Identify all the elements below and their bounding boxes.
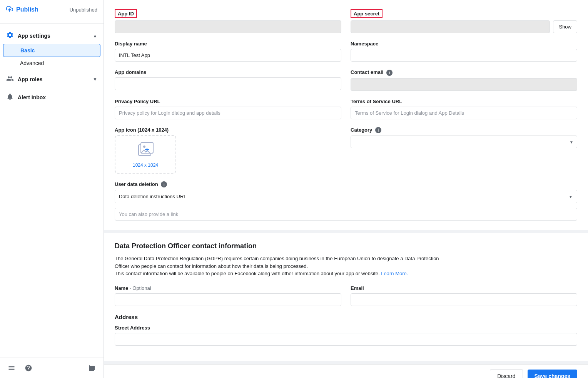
namespace-label: Namespace: [351, 41, 577, 47]
deletion-type-select[interactable]: Data deletion instructions URL Data dele…: [115, 190, 577, 203]
upload-icon: [6, 5, 13, 14]
user-data-deletion-group: User data deletion i Data deletion instr…: [115, 181, 577, 204]
contact-email-label: Contact email i: [351, 69, 577, 76]
contact-email-info-icon: i: [386, 70, 393, 76]
alert-inbox-header[interactable]: Alert Inbox: [0, 89, 104, 105]
publish-button[interactable]: Publish: [6, 5, 38, 14]
deletion-link-input[interactable]: [115, 208, 577, 221]
category-select-wrapper: [351, 135, 577, 148]
nav-section-app-roles: App roles ▼: [0, 71, 104, 87]
tos-label: Terms of Service URL: [351, 99, 577, 104]
form-container: App ID App secret Show: [104, 0, 588, 364]
app-settings-label: App settings: [18, 33, 50, 39]
sidebar: Publish Unpublished App settings: [0, 0, 104, 378]
app-icon-label: App icon (1024 x 1024): [115, 127, 341, 133]
help-icon[interactable]: [23, 363, 34, 373]
domains-email-row: App domains Contact email i: [115, 69, 577, 91]
category-info-icon: i: [375, 127, 381, 133]
sidebar-item-basic[interactable]: Basic: [3, 44, 100, 57]
user-data-deletion-label: User data deletion i: [115, 181, 577, 188]
app-id-input-row: [115, 20, 341, 33]
dpo-name-group: Name · Optional: [115, 285, 341, 306]
sidebar-toggle-icon[interactable]: [87, 363, 97, 373]
basic-label: Basic: [20, 47, 35, 54]
app-icon-group: App icon (1024 x 1024): [115, 127, 341, 174]
dpo-name-input[interactable]: [115, 293, 341, 306]
tos-group: Terms of Service URL: [351, 99, 577, 119]
bell-icon: [6, 93, 14, 102]
privacy-policy-label: Privacy Policy URL: [115, 99, 341, 104]
save-changes-button[interactable]: Save changes: [528, 370, 577, 378]
app-roles-title-group: App roles: [6, 75, 43, 84]
app-secret-group: App secret Show: [351, 9, 577, 33]
nav-section-app-settings: App settings ▲ Basic Advanced: [0, 27, 104, 69]
sidebar-item-advanced[interactable]: Advanced: [3, 57, 100, 69]
dpo-section: Data Protection Officer contact informat…: [104, 233, 588, 361]
publish-section: Publish Unpublished: [0, 0, 104, 19]
main-content-area: App ID App secret Show: [104, 0, 588, 378]
dpo-desc-line3: This contact information will be availab…: [115, 271, 380, 276]
app-domains-label: App domains: [115, 69, 341, 75]
privacy-tos-row: Privacy Policy URL Terms of Service URL: [115, 99, 577, 119]
app-secret-input-row: Show: [351, 20, 577, 33]
sidebar-bottom-left-icons: [6, 363, 34, 373]
learn-more-link[interactable]: Learn More.: [381, 271, 408, 276]
icon-upload-area[interactable]: 1024 x 1024: [115, 135, 176, 174]
discard-button[interactable]: Discard: [490, 369, 523, 378]
dpo-title: Data Protection Officer contact informat…: [115, 242, 577, 250]
dpo-email-input[interactable]: [351, 293, 577, 306]
publish-status: Unpublished: [70, 7, 97, 13]
privacy-policy-input[interactable]: [115, 107, 341, 119]
image-upload-icon: [136, 141, 155, 159]
menu-icon[interactable]: [6, 363, 17, 373]
namespace-input[interactable]: [351, 49, 577, 62]
contact-email-input[interactable]: [351, 78, 577, 91]
app-domains-group: App domains: [115, 69, 341, 91]
sidebar-top: Publish Unpublished: [0, 0, 104, 23]
app-roles-header[interactable]: App roles ▼: [0, 71, 104, 87]
dpo-desc-line2: Officer who people can contact for infor…: [115, 263, 308, 269]
alert-inbox-title-group: Alert Inbox: [6, 93, 46, 102]
dpo-desc-line1: The General Data Protection Regulation (…: [115, 256, 439, 261]
app-settings-header[interactable]: App settings ▲: [0, 27, 104, 44]
deletion-select-wrapper: Data deletion instructions URL Data dele…: [115, 190, 577, 203]
alert-inbox-label: Alert Inbox: [18, 94, 46, 100]
tos-input[interactable]: [351, 107, 577, 119]
app-secret-input[interactable]: [351, 20, 550, 33]
dpo-description: The General Data Protection Regulation (…: [115, 255, 577, 278]
svg-point-3: [143, 146, 145, 148]
app-id-label: App ID: [115, 9, 137, 18]
address-title: Address: [115, 314, 577, 320]
display-name-namespace-row: Display name Namespace: [115, 41, 577, 62]
contact-email-group: Contact email i: [351, 69, 577, 91]
app-roles-chevron-down-icon: ▼: [93, 77, 97, 82]
user-data-deletion-info-icon: i: [161, 181, 167, 187]
icon-size-label: 1024 x 1024: [133, 162, 158, 168]
app-roles-label: App roles: [18, 76, 43, 82]
nav-section-alert-inbox: Alert Inbox: [0, 89, 104, 105]
app-domains-input[interactable]: [115, 77, 341, 90]
app-settings-title-group: App settings: [6, 31, 50, 40]
dpo-email-group: Email: [351, 285, 577, 306]
icon-category-row: App icon (1024 x 1024): [115, 127, 577, 174]
app-settings-chevron-up-icon: ▲: [93, 33, 97, 38]
namespace-group: Namespace: [351, 41, 577, 62]
app-secret-label: App secret: [351, 9, 383, 18]
app-id-group: App ID: [115, 9, 341, 33]
app-id-input[interactable]: [115, 20, 341, 33]
show-secret-button[interactable]: Show: [553, 20, 577, 33]
sidebar-nav: App settings ▲ Basic Advanced: [0, 23, 104, 358]
category-select[interactable]: [351, 135, 577, 148]
street-address-label: Street Address: [115, 325, 577, 331]
form-footer: Discard Save changes: [104, 364, 588, 378]
dpo-name-email-row: Name · Optional Email: [115, 285, 577, 306]
basic-settings-form: App ID App secret Show: [104, 0, 588, 230]
publish-label: Publish: [16, 6, 38, 13]
category-label: Category i: [351, 127, 577, 134]
deletion-link-group: [115, 208, 577, 221]
display-name-input[interactable]: [115, 49, 341, 62]
credentials-row: App ID App secret Show: [115, 9, 577, 33]
street-address-input[interactable]: [115, 333, 577, 346]
dpo-email-label: Email: [351, 285, 577, 291]
display-name-label: Display name: [115, 41, 341, 47]
